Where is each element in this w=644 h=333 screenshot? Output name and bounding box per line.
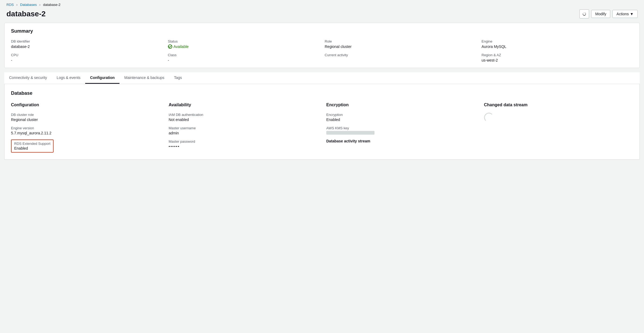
summary-card: Summary DB identifier database-2 CPU - S…	[4, 23, 640, 68]
kms-key-bar	[326, 131, 375, 135]
db-cluster-role-label: DB cluster role	[11, 113, 160, 117]
db-identifier-value: database-2	[11, 44, 163, 49]
page-wrapper: RDS › Databases › database-2 database-2 …	[0, 0, 644, 333]
header-actions: Modify Actions ▼	[579, 9, 638, 18]
tab-connectivity[interactable]: Connectivity & security	[4, 72, 52, 84]
class-value: -	[168, 58, 320, 62]
iam-db-label: IAM DB authentication	[169, 113, 318, 117]
summary-grid: DB identifier database-2 CPU - Status Av…	[11, 39, 633, 62]
breadcrumb: RDS › Databases › database-2	[0, 0, 644, 8]
role-value: Regional cluster	[325, 44, 476, 49]
encryption-value: Enabled	[326, 118, 475, 122]
actions-button[interactable]: Actions ▼	[612, 10, 638, 18]
region-az-label: Region & AZ	[482, 53, 633, 57]
modify-button[interactable]: Modify	[591, 10, 610, 18]
availability-section: Availability IAM DB authentication Not e…	[169, 103, 318, 153]
content-area: Database Configuration DB cluster role R…	[4, 84, 640, 160]
breadcrumb-databases[interactable]: Databases	[20, 3, 37, 7]
master-username-label: Master username	[169, 126, 318, 130]
content-grid: Configuration DB cluster role Regional c…	[11, 103, 633, 153]
rds-extended-support-value: Enabled	[14, 146, 50, 150]
availability-section-header: Availability	[169, 103, 318, 107]
breadcrumb-sep-2: ›	[39, 3, 40, 7]
tab-configuration[interactable]: Configuration	[85, 72, 119, 84]
changed-data-stream-header: Changed data stream	[484, 103, 633, 107]
cpu-value: -	[11, 58, 163, 62]
page-header: database-2 Modify Actions ▼	[0, 8, 644, 23]
summary-db-identifier: DB identifier database-2 CPU -	[11, 39, 163, 62]
breadcrumb-sep-1: ›	[16, 3, 17, 7]
engine-label: Engine	[482, 39, 633, 43]
tab-tags[interactable]: Tags	[169, 72, 187, 84]
summary-role: Role Regional cluster Current activity	[325, 39, 476, 62]
tab-maintenance[interactable]: Maintenance & backups	[119, 72, 169, 84]
configuration-section: Configuration DB cluster role Regional c…	[11, 103, 160, 153]
engine-version-value: 5.7.mysql_aurora.2.11.2	[11, 131, 160, 135]
breadcrumb-current: database-2	[43, 3, 61, 7]
summary-status: Status Available Class -	[168, 39, 320, 62]
master-password-value: ••••••	[169, 144, 318, 149]
encryption-section: Encryption Encryption Enabled AWS KMS ke…	[326, 103, 475, 153]
tab-logs[interactable]: Logs & events	[52, 72, 85, 84]
breadcrumb-rds[interactable]: RDS	[6, 3, 14, 7]
aws-kms-label: AWS KMS key	[326, 126, 475, 130]
engine-version-label: Engine version	[11, 126, 160, 130]
tabs-bar: Connectivity & security Logs & events Co…	[4, 72, 640, 84]
summary-title: Summary	[11, 28, 633, 34]
refresh-button[interactable]	[579, 9, 589, 18]
page-title: database-2	[6, 10, 46, 18]
loading-spinner	[484, 113, 494, 122]
db-cluster-role-value: Regional cluster	[11, 118, 160, 122]
engine-value: Aurora MySQL	[482, 44, 633, 49]
configuration-section-header: Configuration	[11, 103, 160, 107]
rds-extended-support-box: RDS Extended Support Enabled	[11, 139, 54, 153]
summary-engine: Engine Aurora MySQL Region & AZ us-west-…	[482, 39, 633, 62]
master-username-value: admin	[169, 131, 318, 135]
role-label: Role	[325, 39, 476, 43]
cpu-label: CPU	[11, 53, 163, 57]
status-value: Available	[168, 44, 320, 49]
database-section-title: Database	[11, 90, 633, 96]
status-available-icon	[168, 44, 172, 49]
class-label: Class	[168, 53, 320, 57]
status-label: Status	[168, 39, 320, 43]
database-activity-label: Database activity stream	[326, 139, 475, 143]
db-identifier-label: DB identifier	[11, 39, 163, 43]
iam-db-value: Not enabled	[169, 118, 318, 122]
master-password-label: Master password	[169, 139, 318, 143]
region-az-value: us-west-2	[482, 58, 633, 62]
current-activity-label: Current activity	[325, 53, 476, 57]
encryption-label: Encryption	[326, 113, 475, 117]
rds-extended-support-label: RDS Extended Support	[14, 142, 50, 146]
changed-data-stream-section: Changed data stream	[484, 103, 633, 153]
refresh-icon	[582, 12, 586, 16]
encryption-section-header: Encryption	[326, 103, 475, 107]
